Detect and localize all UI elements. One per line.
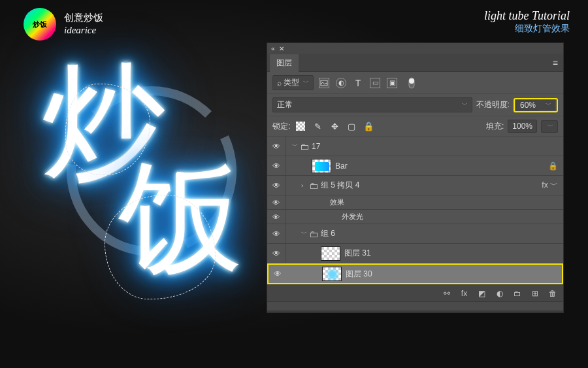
delete-layer-icon[interactable]: 🗑 [547, 288, 558, 299]
layer-bar[interactable]: 👁 Bar 🔒 [267, 156, 563, 176]
filter-toggle-switch[interactable] [405, 77, 418, 89]
brand-block: 炒饭 创意炒饭 idearice [24, 8, 103, 41]
opacity-label: 不透明度: [476, 99, 510, 110]
layer-thumbnail [312, 159, 331, 173]
filter-smart-icon[interactable]: ▣ [385, 77, 399, 89]
panel-grip[interactable] [267, 310, 563, 312]
layer-thumbnail [321, 246, 340, 261]
fill-chevron[interactable]: ﹀ [541, 120, 558, 133]
lock-row: 锁定: ✎ ✥ ▢ 🔒 填充: 100% ﹀ [267, 116, 563, 137]
layer-outerglow-row[interactable]: 👁 外发光 [267, 210, 563, 224]
outer-glow-label: 外发光 [342, 212, 563, 222]
new-layer-icon[interactable]: ⊞ [529, 288, 540, 299]
visibility-eye-icon[interactable]: 👁 [272, 142, 280, 151]
lock-label: 锁定: [272, 121, 290, 132]
chevron-down-icon: ﹀ [547, 122, 553, 131]
visibility-eye-icon[interactable]: 👁 [272, 199, 280, 207]
layer-list: 👁 ﹀ 🗀 17 👁 Bar 🔒 👁 › 🗀 组 5 拷贝 4 fx ﹀ 👁 效… [267, 137, 563, 284]
layer-group5-copy4[interactable]: 👁 › 🗀 组 5 拷贝 4 fx ﹀ [267, 176, 563, 195]
lock-position-icon[interactable]: ✥ [328, 120, 341, 132]
filter-type-dropdown[interactable]: ⌕ 类型 ﹀ [272, 75, 314, 90]
tutorial-title: light tube Tutorial 细致灯管效果 [484, 9, 570, 35]
panel-menu-icon[interactable]: ≡ [547, 58, 563, 68]
link-layers-icon[interactable]: ⚯ [441, 288, 452, 299]
panel-topbar: « ✕ [267, 43, 563, 54]
filter-pixel-icon[interactable] [318, 77, 331, 89]
layer-label: Bar [335, 161, 548, 171]
search-icon: ⌕ [277, 78, 282, 88]
layer-31[interactable]: 👁 图层 31 [267, 244, 563, 263]
opacity-dropdown[interactable]: 60% [516, 99, 540, 111]
filter-row: ⌕ 类型 ﹀ ◐ T ▭ ▣ [267, 72, 563, 94]
visibility-eye-icon[interactable]: 👁 [274, 269, 282, 278]
double-chevron-left-icon[interactable]: « [271, 45, 275, 52]
add-mask-icon[interactable]: ◩ [476, 288, 487, 299]
svg-point-2 [409, 78, 414, 84]
new-adjustment-icon[interactable]: ◐ [494, 288, 505, 299]
layer-group-17[interactable]: 👁 ﹀ 🗀 17 [267, 137, 563, 156]
layer-label: 组 5 拷贝 4 [321, 180, 542, 191]
chevron-down-icon[interactable]: ﹀ [550, 180, 558, 190]
blend-row: 正常 ﹀ 不透明度: 60% ﹀ [267, 94, 563, 116]
lock-transparency-icon[interactable] [294, 120, 307, 132]
chevron-down-icon: ﹀ [546, 101, 551, 109]
folder-icon: 🗀 [309, 180, 318, 191]
visibility-eye-icon[interactable]: 👁 [272, 249, 280, 258]
visibility-eye-icon[interactable]: 👁 [272, 213, 280, 221]
brand-name-en: idearice [64, 24, 103, 37]
lock-artboard-icon[interactable]: ▢ [345, 120, 358, 132]
folder-icon: 🗀 [309, 229, 318, 239]
new-group-icon[interactable]: 🗀 [512, 288, 523, 299]
layer-label: 17 [312, 142, 563, 151]
canvas-preview[interactable]: 炒 饭 [39, 58, 261, 306]
svg-rect-3 [296, 122, 305, 131]
fill-value: 100% [512, 122, 532, 131]
fx-text: fx [461, 289, 467, 298]
tab-layers[interactable]: 图层 [270, 54, 299, 72]
layers-footer: ⚯ fx ◩ ◐ 🗀 ⊞ 🗑 [267, 284, 563, 301]
marquee-selection [105, 195, 216, 299]
add-fx-icon[interactable]: fx [459, 288, 470, 299]
visibility-eye-icon[interactable]: 👁 [272, 161, 280, 171]
layer-thumbnail [322, 267, 342, 281]
visibility-eye-icon[interactable]: 👁 [272, 181, 280, 190]
close-icon[interactable]: ✕ [279, 45, 284, 52]
blend-mode-value: 正常 [277, 99, 293, 110]
filter-adjust-icon[interactable]: ◐ [335, 77, 348, 89]
layer-group6[interactable]: 👁 ﹀ 🗀 组 6 [267, 224, 563, 244]
layer-effects-row[interactable]: 👁 效果 [267, 195, 563, 210]
opacity-value: 60% [520, 101, 536, 110]
brand-logo: 炒饭 [24, 8, 56, 41]
panel-resize-bar[interactable] [267, 301, 563, 310]
folder-icon: 🗀 [300, 141, 309, 152]
disclosure-closed-icon[interactable]: › [299, 182, 306, 189]
layer-label: 组 6 [321, 228, 563, 239]
fx-badge[interactable]: fx [542, 180, 547, 190]
lock-brush-icon[interactable]: ✎ [311, 120, 324, 132]
opacity-highlight-box: 60% ﹀ [514, 98, 558, 112]
effects-label: 效果 [330, 197, 563, 207]
fill-label: 填充: [486, 121, 504, 132]
layers-panel: « ✕ 图层 ≡ ⌕ 类型 ﹀ ◐ T ▭ ▣ 正常 ﹀ 不透明度: 60% ﹀ [267, 42, 564, 313]
lock-icon: 🔒 [548, 161, 563, 171]
fill-dropdown[interactable]: 100% [508, 120, 537, 133]
layer-30-selected[interactable]: 👁 图层 30 [267, 263, 563, 284]
brand-name-cn: 创意炒饭 [64, 12, 103, 25]
tutorial-title-en: light tube Tutorial [484, 9, 570, 23]
filter-type-label: 类型 [284, 77, 299, 88]
filter-type-t-icon[interactable]: T [351, 77, 365, 89]
filter-shape-icon[interactable]: ▭ [368, 77, 382, 89]
blend-mode-dropdown[interactable]: 正常 ﹀ [272, 97, 472, 112]
layer-label: 图层 31 [344, 248, 563, 259]
chevron-down-icon: ﹀ [303, 78, 309, 87]
disclosure-open-icon[interactable]: ﹀ [289, 142, 297, 150]
chevron-down-icon: ﹀ [462, 101, 468, 109]
opacity-chevron[interactable]: ﹀ [540, 99, 555, 110]
tutorial-title-cn: 细致灯管效果 [484, 23, 570, 35]
disclosure-open-icon[interactable]: ﹀ [299, 229, 306, 238]
visibility-eye-icon[interactable]: 👁 [272, 229, 280, 239]
lock-all-icon[interactable]: 🔒 [362, 120, 375, 132]
layer-label: 图层 30 [346, 269, 562, 280]
